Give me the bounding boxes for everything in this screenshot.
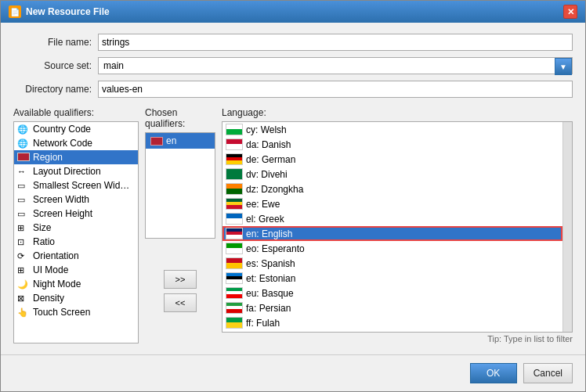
chosen-item-label: en <box>166 135 176 146</box>
touch-icon: 👆 <box>17 307 30 318</box>
available-item-label: Size <box>33 222 51 233</box>
language-list[interactable]: cy: Welshda: Danishde: Germandv: Divehid… <box>222 122 562 332</box>
available-qualifiers-list[interactable]: 🌐Country Code🌐Network CodeRegion↔Layout … <box>13 121 139 343</box>
flag-icon <box>150 137 163 146</box>
available-item-label: UI Mode <box>33 264 68 275</box>
language-item-fa[interactable]: fa: Persian <box>222 300 562 315</box>
language-item-ee[interactable]: ee: Ewe <box>222 196 562 211</box>
language-item-label: ee: Ewe <box>246 199 280 210</box>
available-item-label: Night Mode <box>33 279 81 290</box>
flag-icon <box>226 257 243 269</box>
three-panel: Available qualifiers: 🌐Country Code🌐Netw… <box>13 107 573 343</box>
arrow-buttons: >> << <box>145 239 215 343</box>
language-item-et[interactable]: et: Estonian <box>222 271 562 286</box>
source-set-row: Source set: main ▼ <box>13 57 573 74</box>
chosen-qualifiers-panel: Chosen qualifiers: en >> << <box>145 107 215 343</box>
source-set-select[interactable]: main ▼ <box>98 57 573 74</box>
screen-icon: ▭ <box>17 195 30 205</box>
directory-name-label: Directory name: <box>13 84 92 95</box>
available-item-label: Ratio <box>33 236 55 247</box>
available-item-label: Screen Height <box>33 208 92 219</box>
dialog-icon: 📄 <box>9 5 21 18</box>
ok-button[interactable]: OK <box>470 363 517 383</box>
available-item-ui-mode[interactable]: ⊞UI Mode <box>14 263 138 277</box>
file-name-row: File name: <box>13 34 573 51</box>
language-item-label: dz: Dzongkha <box>246 184 303 195</box>
language-item-da[interactable]: da: Danish <box>222 137 562 152</box>
available-qualifiers-label: Available qualifiers: <box>13 107 139 118</box>
available-item-night-mode[interactable]: 🌙Night Mode <box>14 277 138 291</box>
language-item-cy[interactable]: cy: Welsh <box>222 122 562 137</box>
flag-icon <box>226 168 243 180</box>
flag-us-icon <box>17 153 30 163</box>
available-item-screen-height[interactable]: ▭Screen Height <box>14 207 138 221</box>
language-item-de[interactable]: de: German <box>222 152 562 167</box>
file-name-input[interactable] <box>98 34 573 51</box>
night-icon: 🌙 <box>17 279 30 290</box>
available-item-network-code[interactable]: 🌐Network Code <box>14 136 138 150</box>
screen-icon: ▭ <box>17 209 30 219</box>
language-item-label: et: Estonian <box>246 273 295 284</box>
flag-icon <box>226 272 243 284</box>
cancel-button[interactable]: Cancel <box>523 363 573 383</box>
available-item-density[interactable]: ⊠Density <box>14 291 138 305</box>
language-scrollbar[interactable] <box>562 122 572 332</box>
language-item-label: eo: Esperanto <box>246 243 305 254</box>
language-item-dv[interactable]: dv: Divehi <box>222 167 562 182</box>
chosen-qualifiers-label: Chosen qualifiers: <box>145 107 215 129</box>
language-item-ff[interactable]: ff: Fulah <box>222 315 562 330</box>
file-name-label: File name: <box>13 37 92 48</box>
flag-icon <box>226 198 243 210</box>
available-item-label: Screen Width <box>33 194 89 205</box>
flag-icon <box>226 138 243 150</box>
available-item-smallest-screen-width[interactable]: ▭Smallest Screen Wid… <box>14 178 138 192</box>
directory-name-input[interactable] <box>98 81 573 98</box>
orientation-icon: ⟳ <box>17 251 30 261</box>
available-item-screen-width[interactable]: ▭Screen Width <box>14 192 138 207</box>
language-item-label: fa: Persian <box>246 303 291 314</box>
available-item-region[interactable]: Region <box>14 150 138 164</box>
available-item-orientation[interactable]: ⟳Orientation <box>14 249 138 263</box>
language-item-label: es: Spanish <box>246 258 295 269</box>
directory-name-row: Directory name: <box>13 81 573 98</box>
available-item-label: Density <box>33 293 64 304</box>
language-list-container: cy: Welshda: Danishde: Germandv: Divehid… <box>222 121 573 333</box>
language-panel: Language: cy: Welshda: Danishde: Germand… <box>222 107 573 343</box>
available-item-country-code[interactable]: 🌐Country Code <box>14 122 138 136</box>
available-item-size[interactable]: ⊞Size <box>14 221 138 235</box>
density-icon: ⊠ <box>17 293 30 304</box>
available-item-layout-direction[interactable]: ↔Layout Direction <box>14 164 138 178</box>
bottom-bar: OK Cancel <box>1 354 585 391</box>
language-item-label: en: English <box>246 228 292 239</box>
globe-icon: 🌐 <box>17 138 30 149</box>
language-item-eo[interactable]: eo: Esperanto <box>222 241 562 256</box>
title-bar-left: 📄 New Resource File <box>9 5 110 18</box>
available-item-label: Smallest Screen Wid… <box>33 180 129 191</box>
language-item-es[interactable]: es: Spanish <box>222 256 562 271</box>
remove-qualifier-button[interactable]: << <box>164 293 197 312</box>
source-set-label: Source set: <box>13 60 92 71</box>
close-button[interactable]: ✕ <box>563 5 577 19</box>
chosen-qualifiers-list: en <box>145 132 215 239</box>
dialog-title: New Resource File <box>26 6 110 17</box>
language-item-en[interactable]: en: English <box>222 226 562 241</box>
flag-icon <box>226 124 243 135</box>
available-item-touch-screen[interactable]: 👆Touch Screen <box>14 305 138 319</box>
source-set-arrow-icon[interactable]: ▼ <box>555 58 572 75</box>
add-qualifier-button[interactable]: >> <box>164 270 197 289</box>
available-item-label: Region <box>33 152 63 163</box>
flag-icon <box>226 183 243 195</box>
flag-icon <box>226 302 243 314</box>
available-item-label: Network Code <box>33 138 92 149</box>
language-item-el[interactable]: el: Greek <box>222 211 562 226</box>
chosen-item-en[interactable]: en <box>146 133 215 149</box>
ratio-icon: ⊡ <box>17 237 30 247</box>
language-item-label: da: Danish <box>246 139 291 150</box>
language-item-eu[interactable]: eu: Basque <box>222 286 562 300</box>
flag-icon <box>226 213 243 225</box>
language-item-label: eu: Basque <box>246 288 294 299</box>
language-item-label: de: German <box>246 154 295 165</box>
language-item-dz[interactable]: dz: Dzongkha <box>222 182 562 196</box>
available-item-ratio[interactable]: ⊡Ratio <box>14 235 138 249</box>
available-item-label: Orientation <box>33 250 79 261</box>
